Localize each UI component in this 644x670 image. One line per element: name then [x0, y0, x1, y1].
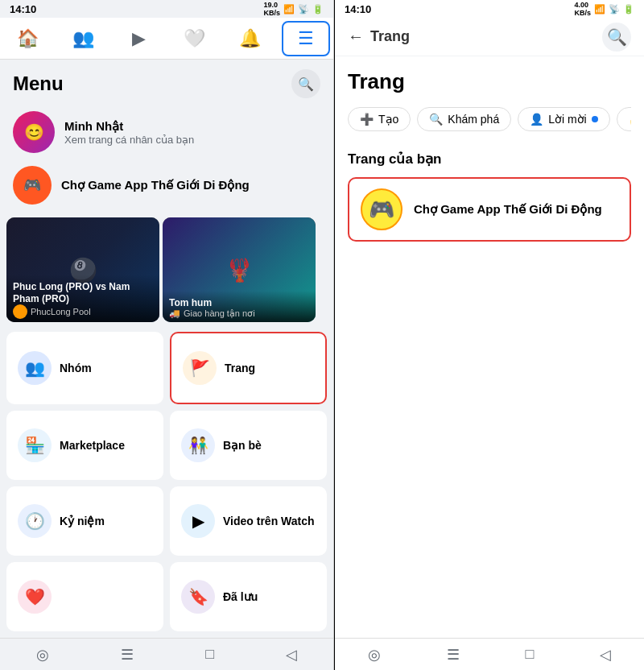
left-signal-icon: 📡 — [298, 4, 309, 14]
video-sub-2: 🚚 Giao hàng tận nơi — [169, 308, 309, 319]
profile-text: Minh Nhật Xem trang cá nhân của bạn — [64, 119, 194, 146]
ban-be-label: Bạn bè — [223, 439, 262, 452]
profile-sub: Xem trang cá nhân của bạn — [64, 134, 194, 146]
nav-heart[interactable]: 🤍 — [171, 21, 219, 56]
menu-item-ky-niem[interactable]: 🕐 Kỷ niệm — [6, 486, 163, 556]
right-bottom-nav-menu[interactable]: ☰ — [447, 646, 460, 664]
menu-item-nhom[interactable]: 👥 Nhóm — [6, 332, 163, 404]
menu-item-marketplace[interactable]: 🏪 Marketplace — [6, 411, 163, 480]
thich-icon: 👍 — [629, 113, 631, 126]
channel-avatar-1 — [13, 304, 27, 319]
left-time: 14:10 — [10, 3, 36, 15]
heart-icon: 🤍 — [184, 28, 205, 49]
right-content: Trang ➕ Tạo 🔍 Khám phá 👤 Lời mời 👍 T Tra… — [335, 56, 644, 638]
right-time: 14:10 — [345, 3, 371, 15]
page-row[interactable]: 🎮 Chợ Game App Thế Giới Di Động — [0, 159, 333, 214]
nav-bell[interactable]: 🔔 — [226, 21, 275, 56]
page-card-name-1: Chợ Game App Thế Giới Di Động — [414, 202, 602, 217]
page-avatar-icon: 🎮 — [23, 176, 41, 194]
da-luu-icon-bg: 🔖 — [181, 580, 215, 614]
menu-item-heart[interactable]: ❤️ — [6, 562, 163, 631]
right-page-title: Trang — [348, 69, 631, 94]
video-row: 🎱 Phuc Long (PRO) vs Nam Pham (PRO) Phuc… — [0, 214, 333, 325]
heart-menu-icon-bg: ❤️ — [18, 580, 52, 614]
right-search-button[interactable]: 🔍 — [602, 23, 631, 52]
profile-row[interactable]: 😊 Minh Nhật Xem trang cá nhân của bạn — [0, 105, 333, 159]
left-bottom-nav-menu[interactable]: ☰ — [121, 646, 134, 664]
right-bottom-nav-square[interactable]: □ — [525, 646, 534, 663]
nav-menu[interactable]: ☰ — [282, 21, 330, 56]
tao-icon: ➕ — [360, 113, 374, 126]
kham-pha-icon: 🔍 — [429, 113, 443, 126]
video-watch-label: Video trên Watch — [223, 515, 315, 527]
right-top-bar: ← Trang 🔍 — [335, 18, 644, 56]
nav-friends[interactable]: 👥 — [60, 21, 108, 56]
chip-loi-moi-label: Lời mời — [548, 113, 587, 126]
left-panel: 14:10 19.0KB/s 📶 📡 🔋 🏠 👥 ▶ 🤍 🔔 ☰ Menu — [0, 0, 334, 670]
da-luu-icon: 🔖 — [188, 587, 208, 606]
video-title-text-1: Phuc Long (PRO) vs Nam Pham (PRO) — [13, 281, 153, 304]
chips-row: ➕ Tạo 🔍 Khám phá 👤 Lời mời 👍 T — [348, 107, 631, 134]
left-data-icon: 19.0KB/s — [263, 1, 280, 17]
page-card-avatar-icon: 🎮 — [369, 197, 394, 222]
menu-header: Menu 🔍 — [0, 60, 333, 105]
chip-loi-moi[interactable]: 👤 Lời mời — [518, 107, 610, 131]
chip-thich[interactable]: 👍 T — [617, 107, 631, 131]
left-bottom-nav: ◎ ☰ □ ◁ — [0, 638, 333, 670]
video-card-2[interactable]: 🦞 Tom hum 🚚 Giao hàng tận nơi — [163, 217, 316, 322]
menu-item-trang[interactable]: 🚩 Trang — [170, 332, 327, 404]
page-name: Chợ Game App Thế Giới Di Động — [61, 178, 250, 192]
ky-niem-icon: 🕐 — [25, 511, 45, 531]
menu-search-button[interactable]: 🔍 — [291, 69, 320, 98]
left-bottom-nav-back[interactable]: ◁ — [286, 646, 297, 664]
left-bottom-nav-square[interactable]: □ — [205, 646, 214, 663]
channel-name-1: PhucLong Pool — [31, 307, 91, 316]
menu-icon: ☰ — [298, 28, 314, 49]
ban-be-icon: 👫 — [188, 436, 208, 455]
delivery-icon: 🚚 — [169, 308, 180, 319]
da-luu-label: Đã lưu — [223, 590, 258, 603]
bell-icon: 🔔 — [239, 28, 261, 49]
marketplace-icon: 🏪 — [25, 436, 45, 455]
ky-niem-label: Kỷ niệm — [60, 515, 105, 527]
left-battery-icon: 🔋 — [312, 4, 324, 14]
nav-video[interactable]: ▶ — [115, 21, 163, 56]
nav-home[interactable]: 🏠 — [4, 21, 52, 56]
chip-tao[interactable]: ➕ Tạo — [348, 107, 411, 131]
video-channel-1: PhucLong Pool — [13, 304, 153, 319]
profile-avatar: 😊 — [13, 111, 55, 153]
back-button[interactable]: ← — [348, 27, 364, 46]
menu-search-icon: 🔍 — [298, 77, 314, 92]
menu-item-video-watch[interactable]: ▶ Video trên Watch — [170, 486, 327, 556]
page-avatar: 🎮 — [13, 166, 52, 205]
video-card-1[interactable]: 🎱 Phuc Long (PRO) vs Nam Pham (PRO) Phuc… — [6, 217, 159, 322]
right-bottom-nav-back[interactable]: ◁ — [600, 646, 611, 664]
right-signal-icon: 📡 — [609, 4, 620, 14]
chip-kham-pha[interactable]: 🔍 Khám phá — [417, 107, 511, 131]
menu-title: Menu — [13, 72, 64, 95]
video-icon: ▶ — [132, 28, 146, 49]
right-battery-icon: 🔋 — [623, 4, 634, 14]
loi-moi-icon: 👤 — [530, 113, 543, 126]
video-title-1: Phuc Long (PRO) vs Nam Pham (PRO) PhucLo… — [6, 275, 159, 322]
menu-grid: 👥 Nhóm 🚩 Trang 🏪 Marketplace 👫 Bạn bè — [0, 325, 333, 638]
heart-menu-icon: ❤️ — [25, 587, 45, 606]
section-trang-cua-ban: Trang của bạn — [348, 151, 631, 168]
video-title-2: Tom hum 🚚 Giao hàng tận nơi — [163, 291, 316, 322]
trang-icon-bg: 🚩 — [183, 351, 217, 385]
nhom-label: Nhóm — [60, 362, 92, 374]
right-search-icon: 🔍 — [607, 27, 627, 47]
ban-be-icon-bg: 👫 — [181, 428, 215, 462]
left-bottom-nav-circle[interactable]: ◎ — [36, 646, 49, 664]
right-panel: 14:10 4.00KB/s 📶 📡 🔋 ← Trang 🔍 Trang ➕ T… — [335, 0, 644, 670]
video-channel-2: Giao hàng tận nơi — [184, 308, 255, 319]
page-card-1[interactable]: 🎮 Chợ Game App Thế Giới Di Động — [348, 177, 631, 242]
menu-item-ban-be[interactable]: 👫 Bạn bè — [170, 411, 327, 480]
top-bar-title: Trang — [370, 28, 410, 45]
nhom-icon: 👥 — [25, 358, 45, 378]
right-bottom-nav-circle[interactable]: ◎ — [368, 646, 381, 664]
menu-item-da-luu[interactable]: 🔖 Đã lưu — [170, 562, 327, 631]
right-bottom-nav: ◎ ☰ □ ◁ — [335, 638, 644, 670]
chip-kham-pha-label: Khám phá — [448, 113, 499, 126]
marketplace-label: Marketplace — [60, 439, 125, 452]
